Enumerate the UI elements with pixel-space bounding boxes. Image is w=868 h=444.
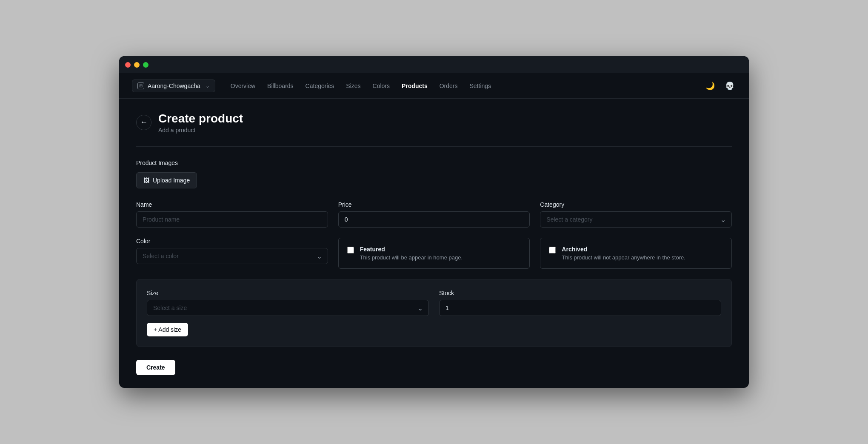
navbar-actions: 🌙 💀 [704, 80, 736, 92]
close-button[interactable] [125, 62, 131, 68]
nav-colors[interactable]: Colors [368, 80, 395, 92]
user-menu-button[interactable]: 💀 [723, 80, 736, 92]
upload-button-label: Upload Image [153, 177, 190, 184]
archived-label: Archived [562, 246, 685, 253]
page-header: ← Create product Add a product [136, 111, 732, 134]
nav-products[interactable]: Products [397, 80, 433, 92]
maximize-button[interactable] [143, 62, 148, 68]
moon-icon: 🌙 [705, 81, 715, 91]
name-label: Name [136, 201, 328, 208]
price-label: Price [338, 201, 530, 208]
price-field-group: Price [338, 201, 530, 228]
color-label: Color [136, 238, 328, 245]
color-field-group: Color Select a color [136, 238, 328, 269]
upload-image-button[interactable]: 🖼 Upload Image [136, 172, 197, 188]
traffic-lights [125, 62, 148, 68]
store-icon: ⊞ [137, 83, 144, 89]
featured-label: Featured [360, 246, 463, 253]
page-title-group: Create product Add a product [158, 111, 243, 134]
size-stock-section: Size Select a size Stock + Add size [136, 279, 732, 347]
stock-input[interactable] [439, 300, 721, 316]
back-arrow-icon: ← [140, 118, 148, 127]
nav-overview[interactable]: Overview [226, 80, 260, 92]
product-images-section: Product Images 🖼 Upload Image [136, 159, 732, 188]
archived-card: Archived This product will not appear an… [540, 238, 732, 269]
add-size-label: + Add size [154, 326, 181, 333]
product-images-label: Product Images [136, 159, 732, 166]
nav-sizes[interactable]: Sizes [341, 80, 365, 92]
featured-card: Featured This product will be appear in … [338, 238, 530, 269]
name-field-group: Name [136, 201, 328, 228]
category-label: Category [540, 201, 732, 208]
page-subtitle: Add a product [158, 127, 243, 134]
app-window: ⊞ Aarong-Chowgacha ⌄ Overview Billboards… [119, 56, 749, 388]
stock-label: Stock [439, 290, 721, 296]
size-select[interactable]: Select a size [147, 300, 429, 316]
price-input[interactable] [338, 211, 530, 228]
featured-checkbox[interactable] [347, 247, 354, 253]
section-divider [136, 146, 732, 147]
store-name: Aarong-Chowgacha [148, 83, 200, 89]
featured-description: This product will be appear in home page… [360, 254, 463, 261]
size-select-wrapper: Select a size [147, 300, 429, 316]
size-stock-grid: Size Select a size Stock [147, 290, 721, 316]
chevron-down-icon: ⌄ [206, 83, 210, 89]
nav-links: Overview Billboards Categories Sizes Col… [226, 80, 704, 92]
archived-checkbox[interactable] [549, 247, 556, 253]
nav-billboards[interactable]: Billboards [262, 80, 298, 92]
theme-toggle-button[interactable]: 🌙 [704, 80, 717, 92]
nav-categories[interactable]: Categories [300, 80, 340, 92]
archived-text: Archived This product will not appear an… [562, 246, 685, 261]
color-select-wrapper: Select a color [136, 248, 328, 264]
page-title: Create product [158, 111, 243, 126]
name-price-category-row: Name Price Category Select a category [136, 201, 732, 228]
size-label: Size [147, 290, 429, 296]
category-select[interactable]: Select a category [540, 211, 732, 228]
color-featured-archived-row: Color Select a color Featured This produ… [136, 238, 732, 269]
create-button[interactable]: Create [136, 360, 175, 375]
nav-settings[interactable]: Settings [464, 80, 496, 92]
minimize-button[interactable] [134, 62, 140, 68]
featured-text: Featured This product will be appear in … [360, 246, 463, 261]
main-content: ← Create product Add a product Product I… [119, 99, 749, 388]
navbar: ⊞ Aarong-Chowgacha ⌄ Overview Billboards… [119, 73, 749, 99]
stock-field-group: Stock [439, 290, 721, 316]
color-select[interactable]: Select a color [136, 248, 328, 264]
upload-icon: 🖼 [143, 177, 149, 184]
size-field-group: Size Select a size [147, 290, 429, 316]
add-size-button[interactable]: + Add size [147, 323, 188, 336]
category-select-wrapper: Select a category [540, 211, 732, 228]
archived-description: This product will not appear anywhere in… [562, 254, 685, 261]
user-icon: 💀 [725, 81, 734, 91]
nav-orders[interactable]: Orders [434, 80, 463, 92]
category-field-group: Category Select a category [540, 201, 732, 228]
titlebar [119, 56, 749, 73]
name-input[interactable] [136, 211, 328, 228]
back-button[interactable]: ← [136, 115, 151, 130]
create-button-label: Create [146, 364, 165, 371]
store-selector[interactable]: ⊞ Aarong-Chowgacha ⌄ [132, 80, 215, 92]
